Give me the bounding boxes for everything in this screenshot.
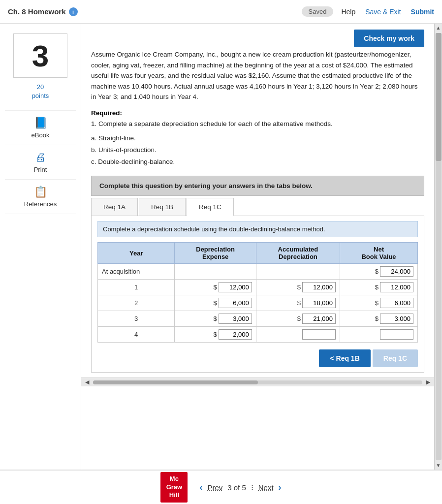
print-icon: 🖨: [35, 151, 46, 164]
instruction-box: Complete this question by entering your …: [91, 176, 424, 196]
required-label: Required:: [91, 109, 424, 117]
prev-req-button[interactable]: < Req 1B: [319, 349, 370, 367]
scroll-thumb: [93, 380, 258, 384]
row-nbv-4: [340, 327, 418, 343]
check-my-work-row: Check my work: [81, 24, 434, 49]
grid-view-icon[interactable]: ⁝: [251, 483, 253, 492]
col-header-nbv: NetBook Value: [340, 243, 418, 264]
row-year-1: 1: [98, 280, 175, 295]
sidebar-item-references[interactable]: 📋 References: [5, 179, 76, 214]
nbv-acquisition-input[interactable]: [380, 266, 413, 277]
tab-content-req1c: Complete a depreciation schedule using t…: [91, 216, 424, 373]
row-dep-exp-acquisition: [175, 264, 256, 280]
row-nbv-2: $: [340, 295, 418, 311]
row-dep-exp-2: $: [175, 295, 256, 311]
nav-links: Help Save & Exit Submit: [341, 8, 434, 16]
scroll-right-arrow[interactable]: ▶: [424, 379, 432, 385]
logo-line1: Mc: [170, 475, 179, 482]
table-row: 1 $ $: [98, 280, 418, 295]
check-my-work-button[interactable]: Check my work: [354, 30, 424, 47]
tabs-row: Req 1A Req 1B Req 1C: [91, 196, 424, 216]
row-year-acquisition: At acquisition: [98, 264, 175, 280]
saved-badge: Saved: [302, 6, 334, 17]
references-label: References: [24, 200, 57, 208]
next-link[interactable]: Next: [258, 483, 274, 492]
logo-line2: Graw: [166, 483, 183, 491]
method-c: c. Double-declining-balance.: [91, 156, 424, 168]
scrollable-content: Assume Organic Ice Cream Company, Inc., …: [81, 49, 434, 378]
row-year-2: 2: [98, 295, 175, 311]
question-number: 3: [32, 38, 49, 73]
scroll-left-arrow[interactable]: ◀: [83, 379, 91, 385]
question-number-box: 3: [13, 33, 67, 78]
question-text: Assume Organic Ice Cream Company, Inc., …: [91, 49, 424, 102]
acc-dep-1-input[interactable]: [302, 282, 336, 292]
table-row: 4 $: [98, 327, 418, 343]
mcgraw-hill-logo: Mc Graw Hill: [160, 472, 188, 503]
tab-req1c[interactable]: Req 1C: [187, 198, 234, 216]
print-label: Print: [34, 166, 47, 173]
scroll-vertical-thumb: [436, 33, 442, 161]
nbv-2-input[interactable]: [380, 298, 413, 308]
nbv-4-input[interactable]: [380, 329, 413, 340]
title-text: Ch. 8 Homework: [8, 7, 66, 16]
save-exit-link[interactable]: Save & Exit: [365, 8, 401, 16]
nav-buttons-row: < Req 1B Req 1C: [97, 349, 418, 367]
method-b: b. Units-of-production.: [91, 144, 424, 156]
method-a: a. Straight-line.: [91, 132, 424, 144]
nbv-3-input[interactable]: [380, 314, 413, 324]
sidebar-item-ebook[interactable]: 📘 eBook: [5, 110, 76, 145]
scroll-track[interactable]: [93, 380, 422, 384]
acc-dep-3-input[interactable]: [302, 314, 336, 324]
info-icon[interactable]: i: [69, 7, 78, 16]
row-dep-exp-1: $: [175, 280, 256, 295]
footer-nav: ‹ Prev 3 of 5 ⁝ Next ›: [199, 482, 281, 493]
scroll-vertical-track[interactable]: [436, 33, 442, 460]
table-row: At acquisition $: [98, 264, 418, 280]
row-year-4: 4: [98, 327, 175, 343]
prev-link[interactable]: Prev: [207, 483, 222, 492]
col-header-acc-dep: AccumulatedDepreciation: [256, 243, 340, 264]
required-item1: 1. Complete a separate depreciation sche…: [91, 119, 424, 129]
submit-link[interactable]: Submit: [411, 8, 434, 16]
row-acc-dep-1: $: [256, 280, 340, 295]
tab-req1b[interactable]: Req 1B: [139, 198, 186, 216]
scroll-down-arrow[interactable]: ▼: [435, 461, 442, 470]
acc-dep-2-input[interactable]: [302, 298, 336, 308]
nbv-1-input[interactable]: [380, 282, 413, 292]
row-acc-dep-acquisition: [256, 264, 340, 280]
logo-line3: Hill: [169, 491, 179, 499]
dep-exp-2-input[interactable]: [219, 298, 252, 308]
dep-exp-1-input[interactable]: [219, 282, 252, 292]
content-area: Check my work Assume Organic Ice Cream C…: [81, 24, 434, 470]
ebook-label: eBook: [32, 131, 50, 139]
depreciation-table: Year DepreciationExpense AccumulatedDepr…: [97, 242, 418, 343]
scroll-up-arrow[interactable]: ▲: [435, 24, 442, 32]
row-year-3: 3: [98, 311, 175, 327]
tab-description: Complete a depreciation schedule using t…: [97, 221, 418, 237]
row-acc-dep-3: $: [256, 311, 340, 327]
col-header-year: Year: [98, 243, 175, 264]
tab-req1a[interactable]: Req 1A: [91, 198, 138, 216]
bottom-footer: Mc Graw Hill ‹ Prev 3 of 5 ⁝ Next ›: [0, 470, 442, 504]
points-value: 20: [37, 83, 44, 91]
sidebar-item-print[interactable]: 🖨 Print: [5, 145, 76, 179]
horizontal-scrollbar: ◀ ▶: [81, 378, 434, 386]
col-header-dep-expense: DepreciationExpense: [175, 243, 256, 264]
next-arrow[interactable]: ›: [279, 482, 282, 493]
references-icon: 📋: [34, 186, 47, 198]
page-title: Ch. 8 Homework i: [8, 7, 78, 16]
row-dep-exp-3: $: [175, 311, 256, 327]
sidebar: 3 20 points 📘 eBook 🖨 Print 📋 References: [0, 24, 81, 470]
top-nav: Ch. 8 Homework i Saved Help Save & Exit …: [0, 0, 442, 24]
help-link[interactable]: Help: [341, 8, 355, 16]
row-acc-dep-2: $: [256, 295, 340, 311]
table-row: 2 $ $: [98, 295, 418, 311]
table-row: 3 $ $: [98, 311, 418, 327]
next-req-button[interactable]: Req 1C: [373, 349, 418, 367]
acc-dep-4-input[interactable]: [302, 329, 336, 340]
methods-list: a. Straight-line. b. Units-of-production…: [91, 132, 424, 168]
dep-exp-3-input[interactable]: [219, 314, 252, 324]
dep-exp-4-input[interactable]: [219, 329, 252, 340]
prev-arrow[interactable]: ‹: [199, 482, 202, 493]
